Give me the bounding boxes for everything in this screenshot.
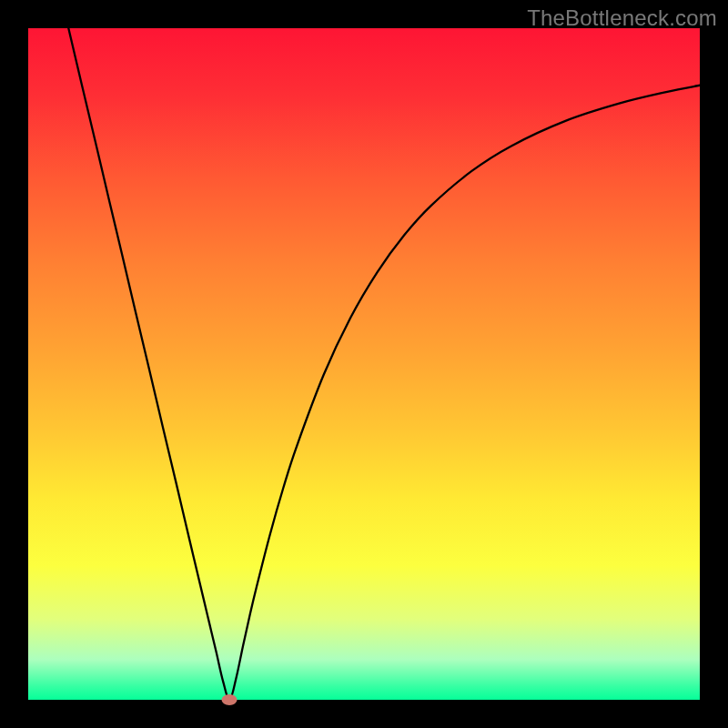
plot-area <box>28 28 700 700</box>
bottleneck-curve <box>68 28 700 700</box>
curve-svg <box>28 28 700 700</box>
minimum-marker <box>222 694 238 705</box>
chart-frame: TheBottleneck.com <box>0 0 728 728</box>
watermark-text: TheBottleneck.com <box>527 5 717 31</box>
